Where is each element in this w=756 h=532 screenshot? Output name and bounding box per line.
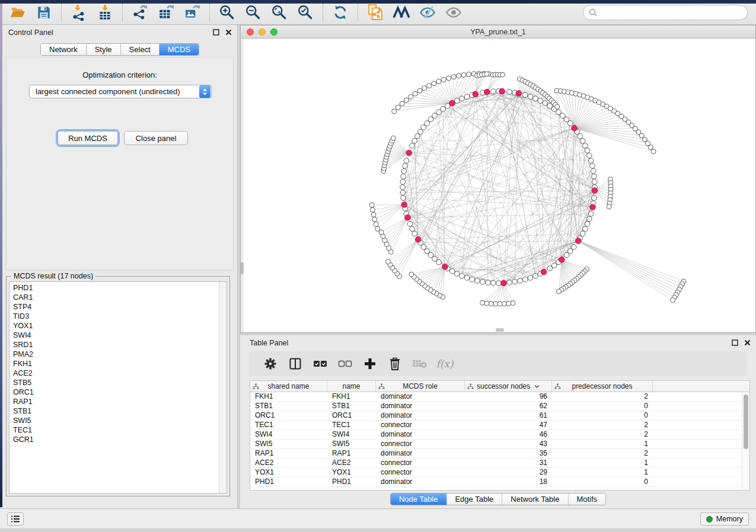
network-node[interactable]	[401, 196, 406, 201]
show-eye-icon[interactable]	[445, 4, 462, 21]
deselect-all-icon[interactable]	[337, 356, 353, 371]
export-network-icon[interactable]	[131, 4, 149, 21]
network-node[interactable]	[421, 125, 426, 130]
mcds-result-item[interactable]: STP4	[9, 302, 218, 312]
table-row[interactable]: TEC1TEC1connector472	[250, 421, 749, 430]
network-node[interactable]	[518, 278, 523, 284]
zoom-fit-icon[interactable]	[270, 4, 288, 21]
column-header-shared_name[interactable]: shared name	[250, 381, 327, 392]
network-node[interactable]	[551, 263, 557, 268]
float-table-panel-icon[interactable]	[731, 339, 739, 347]
network-node[interactable]	[391, 136, 395, 140]
network-node[interactable]	[591, 169, 596, 174]
network-node[interactable]	[493, 302, 498, 306]
network-node[interactable]	[567, 121, 573, 126]
network-node[interactable]	[422, 86, 427, 91]
network-node[interactable]	[449, 268, 455, 274]
network-node[interactable]	[403, 164, 408, 169]
network-node[interactable]	[511, 301, 515, 306]
table-row[interactable]: ACE2ACE2connector311	[250, 459, 749, 468]
mcds-result-item[interactable]: STB5	[9, 378, 218, 387]
network-node[interactable]	[432, 256, 438, 261]
network-node[interactable]	[506, 301, 511, 306]
mcds-result-item[interactable]: SRD1	[9, 340, 218, 350]
network-node[interactable]	[425, 249, 430, 254]
network-node[interactable]	[436, 79, 441, 84]
network-node[interactable]	[484, 72, 489, 76]
import-network-icon[interactable]	[70, 4, 88, 21]
network-node[interactable]	[533, 273, 538, 278]
network-node[interactable]	[507, 89, 512, 95]
mcds-result-item[interactable]: ORC1	[9, 387, 218, 397]
table-tab-edge-table[interactable]: Edge Table	[446, 493, 502, 505]
mcds-network-node[interactable]	[516, 91, 522, 97]
network-node[interactable]	[464, 275, 470, 281]
network-node[interactable]	[538, 98, 543, 104]
panel-toggle-button[interactable]	[7, 512, 24, 525]
network-node[interactable]	[557, 289, 562, 294]
tab-network[interactable]: Network	[41, 44, 87, 55]
network-node[interactable]	[588, 158, 594, 164]
network-node[interactable]	[587, 153, 592, 158]
column-header-mcds_role[interactable]: MCDS role	[376, 381, 465, 392]
network-node[interactable]	[491, 280, 496, 286]
network-node[interactable]	[432, 113, 438, 118]
network-horizontal-scrollbar-thumb[interactable]	[496, 328, 504, 332]
table-scrollbar-thumb[interactable]	[744, 395, 748, 449]
mcds-network-node[interactable]	[572, 125, 578, 131]
mcds-network-node[interactable]	[442, 264, 448, 270]
network-node[interactable]	[395, 105, 400, 110]
network-node[interactable]	[671, 298, 675, 303]
network-node[interactable]	[507, 280, 512, 286]
network-node[interactable]	[372, 217, 377, 222]
network-node[interactable]	[400, 101, 404, 106]
mcds-result-item[interactable]: SWI5	[9, 416, 218, 425]
mcds-network-node[interactable]	[501, 280, 507, 286]
network-node[interactable]	[475, 278, 480, 284]
network-node[interactable]	[369, 203, 374, 207]
network-node[interactable]	[461, 72, 466, 77]
network-node[interactable]	[500, 72, 505, 77]
network-node[interactable]	[489, 302, 493, 306]
network-node[interactable]	[564, 117, 569, 122]
network-node[interactable]	[375, 226, 380, 231]
network-node[interactable]	[528, 94, 533, 100]
network-node[interactable]	[425, 121, 430, 126]
column-header-predecessor_nodes[interactable]: predecessor nodes	[552, 381, 653, 392]
mcds-network-node[interactable]	[401, 202, 407, 208]
network-node[interactable]	[523, 92, 528, 98]
mcds-network-node[interactable]	[415, 236, 421, 242]
search-box[interactable]	[583, 5, 748, 20]
network-node[interactable]	[578, 134, 583, 139]
network-node[interactable]	[410, 143, 415, 148]
network-node[interactable]	[404, 98, 409, 102]
network-node[interactable]	[585, 148, 590, 153]
close-table-panel-icon[interactable]	[744, 339, 751, 347]
mcds-result-item[interactable]: RAP1	[9, 397, 218, 406]
mcds-network-node[interactable]	[590, 204, 596, 210]
mcds-network-node[interactable]	[541, 269, 547, 275]
network-node[interactable]	[607, 204, 611, 209]
mcds-result-item[interactable]: PHD1	[9, 283, 218, 293]
network-node[interactable]	[427, 84, 432, 88]
column-header-name[interactable]: name	[327, 381, 376, 392]
network-node[interactable]	[512, 279, 518, 284]
network-node[interactable]	[400, 190, 406, 196]
network-node[interactable]	[436, 259, 442, 265]
columns-icon[interactable]	[287, 356, 304, 371]
network-node[interactable]	[480, 279, 486, 284]
network-node[interactable]	[454, 98, 460, 104]
network-node[interactable]	[385, 259, 390, 264]
tab-select[interactable]: Select	[121, 44, 160, 55]
network-node[interactable]	[400, 185, 406, 190]
network-node[interactable]	[486, 280, 491, 286]
network-node[interactable]	[585, 222, 590, 227]
select-all-icon[interactable]	[312, 356, 328, 371]
mcds-result-item[interactable]: TID3	[9, 312, 218, 321]
network-node[interactable]	[441, 78, 446, 82]
gear-icon[interactable]	[262, 356, 279, 371]
network-node[interactable]	[370, 207, 375, 212]
network-node[interactable]	[464, 94, 470, 100]
mcds-result-item[interactable]: STB1	[9, 406, 218, 416]
network-node[interactable]	[412, 231, 417, 236]
